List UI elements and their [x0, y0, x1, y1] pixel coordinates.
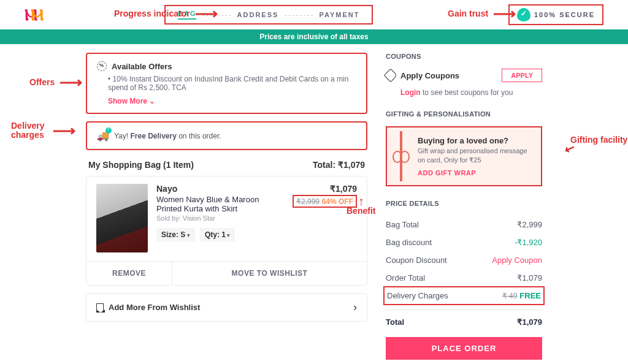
price-current: ₹1,079	[293, 184, 357, 194]
gift-card: Buying for a loved one? Gift wrap and pe…	[386, 126, 542, 186]
add-from-wishlist[interactable]: Add More From Wishlist ›	[86, 293, 367, 322]
product-image[interactable]	[96, 184, 148, 252]
right-column: COUPONS Apply Coupons APPLY Login to see…	[386, 53, 542, 360]
tag-icon	[384, 69, 398, 83]
gift-title: Buying for a loved one?	[418, 136, 532, 145]
coupons-heading: COUPONS	[386, 53, 542, 60]
offers-line: • 10% Instant Discount on IndusInd Bank …	[108, 75, 356, 92]
coupon-hint: Login to see best coupons for you	[400, 88, 542, 97]
place-order-button[interactable]: PLACE ORDER	[386, 337, 542, 360]
apply-coupons-label: Apply Coupons	[400, 71, 459, 80]
qty-selector[interactable]: Qty: 1	[200, 228, 236, 241]
step-address[interactable]: ADDRESS	[237, 11, 279, 18]
product-seller: Sold by: Vision Star	[156, 214, 284, 222]
step-payment[interactable]: PAYMENT	[319, 11, 359, 18]
row-delivery: Delivery Charges₹ 49FREE	[383, 286, 545, 305]
apply-coupon-button[interactable]: APPLY	[502, 69, 542, 82]
price-off: 64% OFF	[322, 197, 353, 206]
product-brand: Nayo	[156, 184, 284, 194]
gift-desc: Gift wrap and personalised message on ca…	[418, 146, 532, 165]
row-bag-total: Bag Total₹2,999	[386, 216, 542, 233]
secure-label: 100% SECURE	[534, 11, 595, 18]
bag-title: My Shopping Bag (1 Item)	[88, 160, 194, 170]
left-column: Available Offers • 10% Instant Discount …	[86, 53, 367, 360]
header: ⲘⲘ BAG - - - - - - - - ADDRESS - - - - -…	[0, 0, 628, 29]
secure-badge: 100% SECURE	[508, 4, 603, 25]
row-coupon-discount: Coupon DiscountApply Coupon	[386, 251, 542, 269]
login-link[interactable]: Login	[400, 88, 421, 97]
bookmark-icon	[96, 303, 104, 312]
price-details-heading: PRICE DETAILS	[386, 200, 542, 207]
show-more-offers[interactable]: Show More ⌄	[108, 97, 356, 105]
chevron-down-icon: ⌄	[149, 97, 155, 105]
step-bag[interactable]: BAG	[178, 10, 196, 20]
product-name[interactable]: Women Navy Blue & Maroon Printed Kurta w…	[156, 195, 284, 213]
remove-button[interactable]: REMOVE	[86, 262, 172, 285]
row-bag-discount: Bag discount-₹1,920	[386, 233, 542, 251]
free-delivery-card: 🚚 Yay! Free Delivery on this order.	[86, 121, 367, 150]
truck-icon: 🚚	[97, 130, 109, 142]
main: Available Offers • 10% Instant Discount …	[0, 44, 628, 364]
cart-item: Nayo Women Navy Blue & Maroon Printed Ku…	[86, 176, 367, 286]
bow-icon	[392, 151, 410, 162]
bag-header: My Shopping Bag (1 Item) Total: ₹1,079	[86, 160, 367, 170]
gifting-heading: GIFTING & PERSONALISATION	[386, 110, 542, 118]
offers-heading: Available Offers	[112, 62, 172, 71]
logo[interactable]: ⲘⲘ	[25, 6, 42, 25]
offers-card: Available Offers • 10% Instant Discount …	[86, 53, 367, 114]
apply-coupon-link[interactable]: Apply Coupon	[492, 256, 542, 265]
tax-banner: Prices are inclusive of all taxes	[0, 29, 628, 44]
bag-total: Total: ₹1,079	[313, 160, 365, 170]
move-to-wishlist-button[interactable]: MOVE TO WISHLIST	[172, 262, 367, 285]
add-gift-wrap[interactable]: ADD GIFT WRAP	[418, 169, 532, 176]
shield-icon	[517, 8, 530, 21]
row-total: Total₹1,079	[386, 309, 542, 331]
row-order-total: Order Total₹1,079	[386, 269, 542, 287]
offer-icon	[97, 61, 107, 71]
checkout-steps: BAG - - - - - - - - ADDRESS - - - - - - …	[164, 5, 373, 25]
chevron-right-icon: ›	[353, 301, 357, 314]
price-mrp: ₹2,999	[296, 197, 320, 206]
size-selector[interactable]: Size: S	[156, 228, 195, 241]
item-price: ₹1,079 ₹2,999 64% OFF	[293, 184, 357, 252]
